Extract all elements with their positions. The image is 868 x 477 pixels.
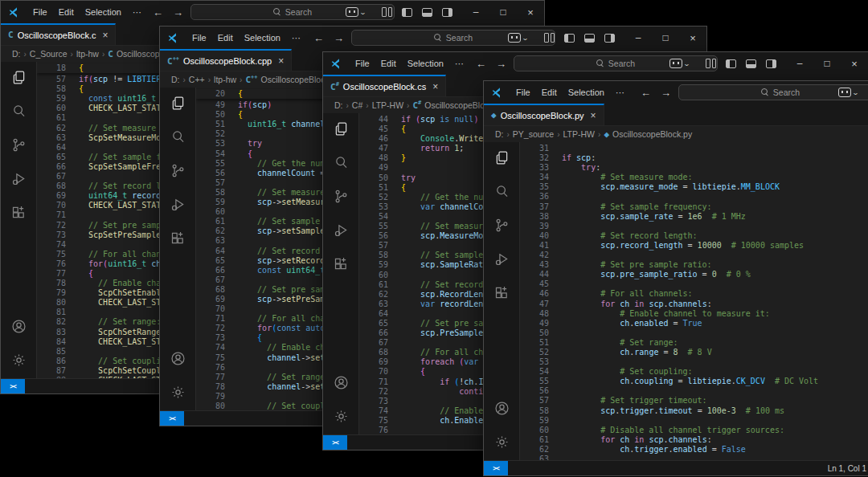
forward-arrow-icon[interactable]: → [658,87,674,99]
menu-selection[interactable]: Selection [402,56,449,71]
breadcrumb-item[interactable]: D: [171,75,180,84]
close-button[interactable]: × [679,26,706,49]
menu-selection[interactable]: Selection [563,85,610,100]
activitybar-explorer[interactable] [323,113,358,147]
remote-indicator-button[interactable]: >< [1,379,25,393]
activitybar-extensions[interactable] [1,197,36,230]
menu-file[interactable]: File [186,31,212,45]
menu-edit[interactable]: Edit [375,56,402,71]
activitybar-settings[interactable] [1,344,36,378]
breadcrumb-item[interactable]: ltp-hw [214,75,236,84]
breadcrumb-item[interactable]: LTP-HW [372,100,403,110]
tab-close-icon[interactable]: × [591,110,596,121]
activitybar-explorer[interactable] [1,62,36,96]
menu-[interactable]: ⋯ [449,56,469,71]
activitybar-settings[interactable] [323,401,358,434]
minimize-button[interactable]: – [462,1,489,23]
activitybar-extensions[interactable] [484,277,519,311]
menu-[interactable]: ⋯ [610,85,630,100]
forward-arrow-icon[interactable]: → [170,6,186,18]
close-button[interactable]: × [841,52,868,75]
toggle-secondary-sidebar-icon[interactable] [766,59,776,68]
activitybar-search[interactable] [160,121,195,155]
activitybar-run-debug[interactable] [160,189,195,222]
menu-edit[interactable]: Edit [536,85,563,100]
breadcrumb-item[interactable]: C_Source [30,49,68,59]
toggle-sidebar-icon[interactable] [726,59,736,68]
breadcrumb-item[interactable]: ltp-hw [76,49,99,59]
activitybar-source-control[interactable] [323,181,358,214]
activitybar-explorer[interactable] [484,142,519,176]
maximize-button[interactable]: □ [813,52,841,75]
activitybar-account[interactable] [484,393,519,426]
activitybar-search[interactable] [1,96,36,129]
breadcrumb-file[interactable]: OscilloscopeBlock.py [612,129,692,139]
activitybar-run-debug[interactable] [484,243,519,277]
activitybar-explorer[interactable] [160,88,195,121]
menu-file[interactable]: File [27,5,53,19]
activitybar-settings[interactable] [484,426,519,460]
breadcrumb-item[interactable]: C++ [189,75,205,84]
back-arrow-icon[interactable]: ← [311,32,326,44]
breadcrumb-item[interactable]: C# [352,100,362,110]
tab-py[interactable]: ◆OscilloscopeBlock.py× [484,104,604,125]
back-arrow-icon[interactable]: ← [638,87,653,99]
code-editor[interactable]: 3132if scp:33 try:34 # Set measure mode:… [520,142,868,460]
menu-selection[interactable]: Selection [80,5,127,19]
activitybar-source-control[interactable] [484,210,519,243]
forward-arrow-icon[interactable]: → [493,58,509,70]
remote-indicator-button[interactable]: >< [484,461,508,475]
toggle-panel-icon[interactable] [584,34,595,43]
tab-cs[interactable]: C#OscilloscopeBlock.cs× [323,75,446,96]
activitybar-account[interactable] [160,343,195,377]
maximize-button[interactable]: □ [489,1,517,23]
back-arrow-icon[interactable]: ← [473,58,489,70]
tab-close-icon[interactable]: × [102,30,108,41]
activitybar-search[interactable] [484,176,519,210]
breadcrumb-item[interactable]: LTP-HW [563,129,595,139]
customize-layout-icon[interactable] [544,34,555,43]
breadcrumb-item[interactable]: D: [334,100,343,110]
toggle-sidebar-icon[interactable] [564,34,575,43]
toggle-secondary-sidebar-icon[interactable] [604,34,615,43]
activitybar-source-control[interactable] [160,155,195,189]
activitybar-run-debug[interactable] [323,214,358,248]
remote-indicator-button[interactable]: >< [323,435,347,450]
customize-layout-icon[interactable] [706,59,716,68]
menu-[interactable]: ⋯ [286,31,306,46]
back-arrow-icon[interactable]: ← [150,6,166,18]
breadcrumb-item[interactable]: D: [495,129,504,139]
menu-[interactable]: ⋯ [127,5,147,20]
activitybar-settings[interactable] [160,377,195,410]
activitybar-account[interactable] [323,367,358,401]
breadcrumb-item[interactable]: PY_source [513,129,554,139]
customize-layout-icon[interactable] [382,8,392,17]
tab-close-icon[interactable]: × [432,81,438,92]
toggle-secondary-sidebar-icon[interactable] [442,8,452,17]
remote-indicator-button[interactable]: >< [160,411,184,426]
close-button[interactable]: × [517,1,544,23]
tab-cpp[interactable]: C++OscilloscopeBlock.cpp× [160,49,292,71]
menu-edit[interactable]: Edit [53,5,80,19]
minimize-button[interactable]: – [624,26,652,49]
minimize-button[interactable]: – [786,52,813,75]
tab-c[interactable]: COscilloscopeBlock.c× [1,23,116,45]
activitybar-extensions[interactable] [323,248,358,282]
cursor-position-status[interactable]: Ln 1, Col 1 [828,464,868,473]
breadcrumb-item[interactable]: D: [12,49,21,59]
activitybar-search[interactable] [323,147,358,181]
menu-selection[interactable]: Selection [239,31,286,45]
toggle-panel-icon[interactable] [422,8,432,17]
activitybar-account[interactable] [1,311,36,344]
activitybar-extensions[interactable] [160,222,195,256]
toggle-sidebar-icon[interactable] [402,8,412,17]
tab-close-icon[interactable]: × [278,55,284,67]
menu-file[interactable]: File [350,56,375,71]
menu-edit[interactable]: Edit [212,31,239,45]
activitybar-source-control[interactable] [1,129,36,163]
activitybar-run-debug[interactable] [1,163,36,197]
forward-arrow-icon[interactable]: → [331,32,346,44]
menu-file[interactable]: File [510,85,536,100]
maximize-button[interactable]: □ [652,26,679,49]
toggle-panel-icon[interactable] [746,59,756,68]
